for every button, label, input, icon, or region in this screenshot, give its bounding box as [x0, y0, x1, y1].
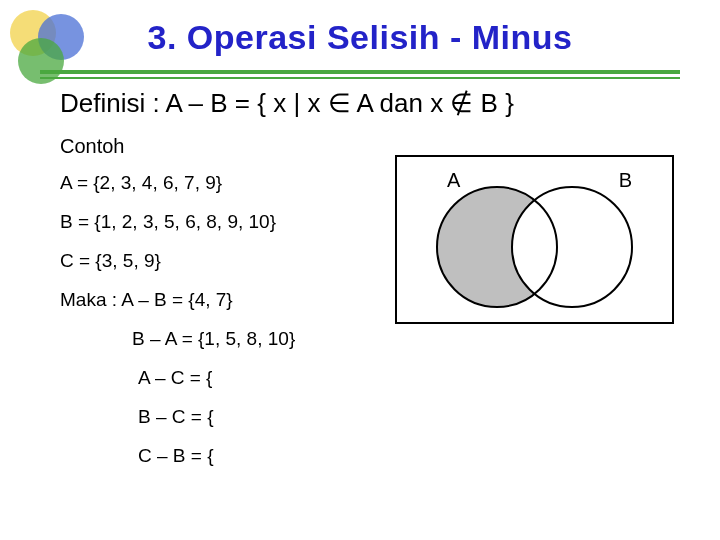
- line-a-minus-c: A – C = {: [60, 368, 295, 387]
- venn-diagram: A B: [395, 155, 674, 324]
- example-label: Contoh: [60, 135, 125, 158]
- line-set-c: C = {3, 5, 9}: [60, 251, 295, 270]
- line-c-minus-b: C – B = {: [60, 446, 295, 465]
- slide-title: 3. Operasi Selisih - Minus: [0, 18, 720, 57]
- line-maka: Maka : A – B = {4, 7}: [60, 290, 295, 309]
- line-b-minus-a: B – A = {1, 5, 8, 10}: [60, 329, 295, 348]
- definition-text: Definisi : A – B = { x | x ∈ A dan x ∉ B…: [60, 88, 514, 119]
- line-set-a: A = {2, 3, 4, 6, 7, 9}: [60, 173, 295, 192]
- line-set-b: B = {1, 2, 3, 5, 6, 8, 9, 10}: [60, 212, 295, 231]
- example-lines: A = {2, 3, 4, 6, 7, 9} B = {1, 2, 3, 5, …: [60, 173, 295, 485]
- title-underline-thick: [40, 70, 680, 74]
- line-b-minus-c: B – C = {: [60, 407, 295, 426]
- title-underline-thin: [40, 77, 680, 79]
- venn-label-b: B: [619, 169, 632, 192]
- venn-label-a: A: [447, 169, 460, 192]
